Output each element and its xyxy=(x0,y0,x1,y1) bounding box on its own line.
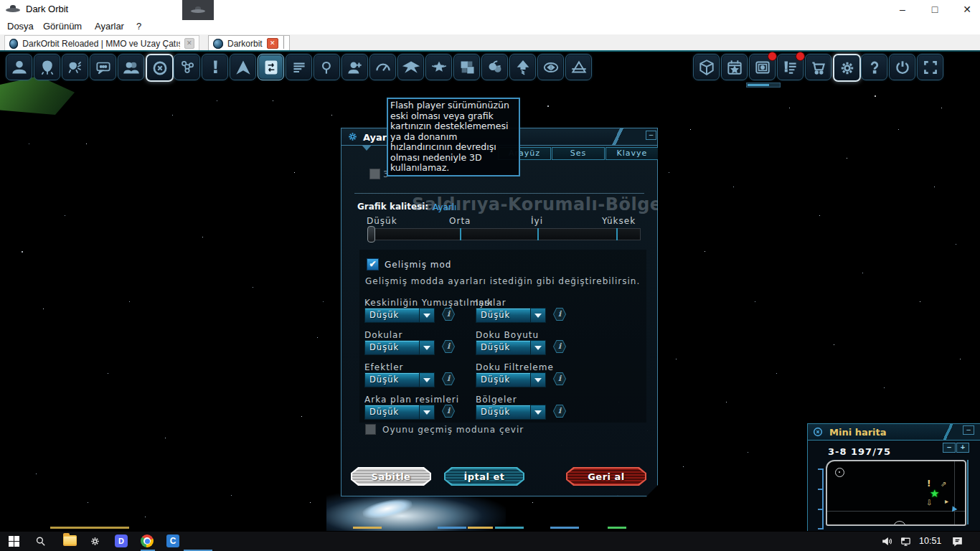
tab-close-icon[interactable]: ✕ xyxy=(267,38,278,49)
chevron-down-icon xyxy=(530,405,545,419)
c-app-icon[interactable]: C xyxy=(166,534,179,547)
toolbar-cart-button[interactable] xyxy=(805,54,831,80)
cancel-button[interactable]: İptal et xyxy=(444,467,524,486)
advanced-mode-checkbox[interactable]: ✔ xyxy=(367,258,379,270)
revert-button[interactable]: Geri al xyxy=(566,467,646,486)
quality-slider-track[interactable] xyxy=(368,228,641,240)
toolbar-exclaim-button[interactable] xyxy=(202,54,228,80)
effects-dropdown[interactable]: Düşük xyxy=(364,372,435,387)
toolbar-node-web-button[interactable] xyxy=(174,54,200,80)
antialiasing-dropdown[interactable]: Düşük xyxy=(364,308,435,323)
pin-button[interactable]: Sabitle xyxy=(351,467,431,486)
info-icon[interactable]: i xyxy=(553,308,566,321)
toolbar-menu-lines-button[interactable] xyxy=(286,54,312,80)
discord-icon[interactable]: D xyxy=(115,534,128,547)
dropdown-value: Düşük xyxy=(369,407,399,417)
graphics-quality-value-link[interactable]: Ayarlı xyxy=(433,202,456,212)
tab-close-icon[interactable]: ✕ xyxy=(184,38,194,49)
network-icon[interactable] xyxy=(900,535,912,550)
hud-bottom-segment xyxy=(468,527,493,529)
menu-help[interactable]: ? xyxy=(136,21,141,32)
window-minimize-button[interactable]: – xyxy=(892,3,913,16)
toolbar-friends-button[interactable] xyxy=(118,54,144,80)
window-maximize-button[interactable]: □ xyxy=(924,3,946,16)
texture-size-dropdown[interactable]: Düşük xyxy=(476,340,546,355)
toolbar-magnify-button[interactable] xyxy=(314,54,340,80)
toolbar-question-button[interactable] xyxy=(861,54,887,80)
settings-gear-icon[interactable] xyxy=(89,535,101,550)
toolbar-gear-button[interactable] xyxy=(833,54,861,82)
clock[interactable]: 10:51 xyxy=(919,536,941,546)
minimap-minimize-button[interactable]: – xyxy=(963,425,974,435)
toolbar-prism-button[interactable] xyxy=(565,54,592,80)
question-icon xyxy=(865,58,884,77)
info-icon[interactable]: i xyxy=(442,308,455,321)
disabled-3d-checkbox[interactable] xyxy=(369,169,380,179)
game-viewport: Ayarlar – Arayüz Ses Klavye 3 Saldırıya-… xyxy=(0,50,980,531)
info-icon[interactable]: i xyxy=(553,372,566,385)
window-titlebar: Dark Orbit – □ ✕ xyxy=(0,0,980,19)
chrome-icon[interactable] xyxy=(141,534,154,547)
minimap-title: Mini harita xyxy=(829,427,887,438)
tab-label: DarkOrbit Reloaded | MMO ve Uzay Çatışma… xyxy=(22,39,179,49)
search-icon[interactable] xyxy=(34,535,47,550)
toolbar-blocks-button[interactable] xyxy=(453,54,480,80)
toolbar-alien-button[interactable] xyxy=(34,54,60,80)
upgrade-bolt-icon xyxy=(514,58,532,77)
info-icon[interactable]: i xyxy=(553,405,566,418)
info-icon[interactable]: i xyxy=(553,340,566,353)
dialog-minimize-button[interactable]: – xyxy=(646,131,656,140)
minimap-zoom-out-button[interactable]: – xyxy=(943,443,956,453)
gauge-icon xyxy=(374,58,392,77)
tab-klavye[interactable]: Klavye xyxy=(606,147,659,160)
menu-ayarlar[interactable]: Ayarlar xyxy=(95,21,124,32)
toolbar-fullscreen-button[interactable] xyxy=(917,54,943,80)
textures-dropdown[interactable]: Düşük xyxy=(364,340,435,355)
window-close-button[interactable]: ✕ xyxy=(956,3,978,16)
volume-icon[interactable] xyxy=(881,535,893,550)
info-icon[interactable]: i xyxy=(442,405,455,418)
toolbar-doc-transfer-button[interactable] xyxy=(258,54,284,80)
file-explorer-icon[interactable] xyxy=(63,535,77,546)
toolbar-wing-star-button[interactable] xyxy=(425,54,452,80)
toolbar-vault-button[interactable] xyxy=(749,54,776,80)
zones-dropdown[interactable]: Düşük xyxy=(476,405,546,420)
toolbar-pilot-button[interactable] xyxy=(6,54,32,80)
tab-ses[interactable]: Ses xyxy=(552,147,605,160)
background-images-dropdown[interactable]: Düşük xyxy=(364,405,435,420)
toolbar-eye-oval-button[interactable] xyxy=(537,54,564,80)
toolbar-list-alert-button[interactable] xyxy=(777,54,804,80)
menu-dosya[interactable]: Dosya xyxy=(7,21,34,32)
info-icon[interactable]: i xyxy=(442,340,455,353)
start-button[interactable] xyxy=(9,536,19,547)
portal-marker xyxy=(835,468,844,477)
quality-slider-handle[interactable] xyxy=(367,226,375,242)
toolbar-alien-swarm-button[interactable] xyxy=(62,54,88,80)
toolbar-gauge-button[interactable] xyxy=(369,54,396,80)
lights-dropdown[interactable]: Düşük xyxy=(476,308,546,323)
dropdown-label: Keskinliğin Yumuşatılması xyxy=(364,298,493,308)
toolbar-upgrade-bolt-button[interactable] xyxy=(509,54,536,80)
legacy-mode-checkbox[interactable] xyxy=(365,424,376,435)
taskbar-active-app[interactable] xyxy=(182,0,214,20)
toolbar-berries-button[interactable] xyxy=(481,54,508,80)
tab-darkorbit-active[interactable]: Darkorbit ✕ xyxy=(208,35,290,51)
toolbar-bat-wings-button[interactable] xyxy=(397,54,424,80)
menu-gorunum[interactable]: Görünüm xyxy=(43,21,82,32)
info-icon[interactable]: i xyxy=(442,372,455,385)
toolbar-person-add-button[interactable] xyxy=(341,54,368,80)
revert-button-label: Geri al xyxy=(567,468,645,484)
list-alert-icon xyxy=(781,58,800,77)
notification-center-icon[interactable] xyxy=(951,535,963,550)
toolbar-power-button[interactable] xyxy=(889,54,915,80)
minimap-header[interactable]: Mini harita – xyxy=(808,424,980,441)
tab-darkorbit-reloaded[interactable]: DarkOrbit Reloaded | MMO ve Uzay Çatışma… xyxy=(4,35,199,51)
minimap-map-area[interactable]: ! ★ ⇗ ⇩ ▸ xyxy=(826,460,966,526)
toolbar-calendar-star-button[interactable] xyxy=(721,54,748,80)
texture-filtering-dropdown[interactable]: Düşük xyxy=(476,372,546,387)
toolbar-chat-button[interactable] xyxy=(90,54,116,80)
toolbar-package-button[interactable] xyxy=(693,54,720,80)
toolbar-circle-x-button[interactable] xyxy=(146,54,174,82)
minimap-zoom-in-button[interactable]: + xyxy=(956,443,969,453)
toolbar-ship-up-button[interactable] xyxy=(230,54,256,80)
